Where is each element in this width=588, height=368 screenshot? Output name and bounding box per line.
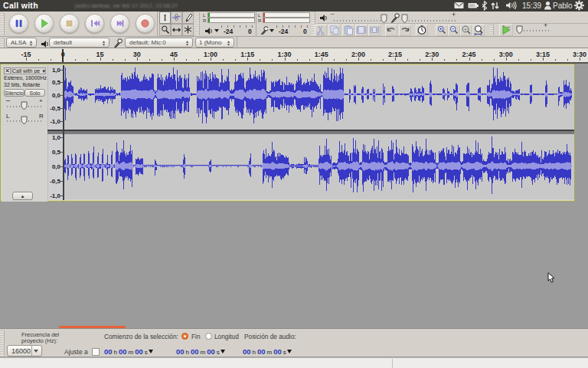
svg-text:I: I	[164, 12, 167, 23]
